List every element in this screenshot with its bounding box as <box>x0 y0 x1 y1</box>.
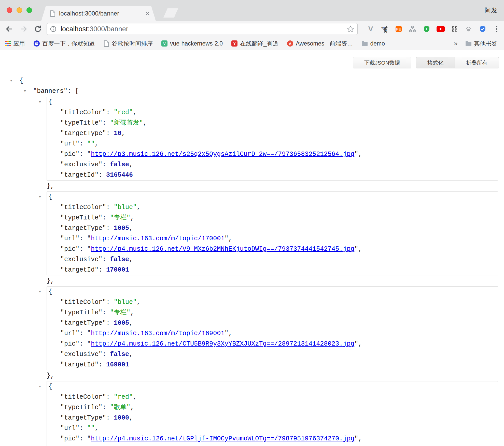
collapse-toggle-icon[interactable]: ▼ <box>39 192 41 202</box>
json-property: "targetType": 1005, <box>47 318 498 328</box>
collapse-toggle-icon[interactable]: ▼ <box>24 86 26 96</box>
json-tree: ▼{▼"banners": [▼{"titleColor": "red","ty… <box>0 50 504 446</box>
url-link[interactable]: http://music.163.com/m/topic/169001 <box>91 330 225 337</box>
collapse-toggle-icon[interactable]: ▼ <box>10 76 12 86</box>
collapse-all-button[interactable]: 折叠所有 <box>455 57 499 68</box>
profile-name[interactable]: 阿发 <box>485 6 497 14</box>
json-actions: 下载JSON数据 格式化 折叠所有 <box>353 57 499 68</box>
translate-extension-icon[interactable]: en英 <box>380 23 389 35</box>
json-property: "url": "", <box>47 139 498 149</box>
shield-t-extension-icon[interactable]: T <box>422 23 431 35</box>
collapse-toggle-icon[interactable]: ▼ <box>39 287 41 297</box>
bookmark-item[interactable]: Vvue-hackernews-2.0 <box>161 40 223 47</box>
url-link[interactable]: http://music.163.com/m/topic/170001 <box>91 235 225 242</box>
json-property: "titleColor": "red", <box>47 392 498 402</box>
json-property: "typeTitle": "专栏", <box>47 307 498 318</box>
svg-text:T: T <box>425 27 428 31</box>
bookmark-item[interactable]: AAwesomes - 前端资… <box>287 40 353 48</box>
extensions-row: Ven英FET <box>366 23 501 35</box>
json-banners-line: ▼"banners": [ <box>0 86 504 96</box>
folder-icon <box>361 41 368 46</box>
badge-icon: Y <box>231 40 237 47</box>
json-property: "exclusive": false, <box>47 159 498 170</box>
bookmark-label: 谷歌按时间排序 <box>112 40 153 48</box>
bookmark-label: 应用 <box>13 40 25 48</box>
json-property: "pic": "http://p4.music.126.net/tGPljf-I… <box>47 434 498 444</box>
tab-close-icon[interactable]: × <box>145 10 150 17</box>
browser-window: localhost:3000/banner × 阿发 localhost:300… <box>0 0 504 446</box>
qrcode-extension-icon[interactable] <box>450 23 459 35</box>
json-property: "typeTitle": "歌单", <box>47 402 498 413</box>
new-tab-button[interactable] <box>163 8 178 18</box>
folder-icon <box>465 41 471 46</box>
json-property: "url": "http://music.163.com/m/topic/170… <box>47 233 498 244</box>
bookmark-label: 百度一下，你就知道 <box>42 40 95 48</box>
page-content: 下载JSON数据 格式化 折叠所有 ▼{▼"banners": [▼{"titl… <box>0 50 504 446</box>
json-object-box: {"titleColor": "blue","typeTitle": "专栏",… <box>47 286 498 370</box>
bookmark-item[interactable]: 谷歌按时间排序 <box>104 40 153 48</box>
minimize-window-button[interactable] <box>17 7 22 13</box>
reload-button[interactable] <box>32 23 44 35</box>
banner-object: ▼{"titleColor": "blue","typeTitle": "专栏"… <box>47 286 498 381</box>
bookmark-items: 应用百度一下，你就知道谷歌按时间排序Vvue-hackernews-2.0Y在线… <box>5 40 394 48</box>
tab-bar: localhost:3000/banner × 阿发 <box>0 0 504 21</box>
bookmark-item[interactable]: 百度一下，你就知道 <box>34 40 95 48</box>
bookmark-item[interactable]: Y在线翻译_有道 <box>231 40 278 48</box>
org-chart-extension-icon[interactable] <box>408 23 417 35</box>
json-property: "exclusive": false, <box>47 349 498 360</box>
banner-object: ▼{"titleColor": "red","typeTitle": "新碟首发… <box>47 97 498 191</box>
collapse-toggle-icon[interactable]: ▼ <box>39 97 41 107</box>
window-controls <box>7 7 32 13</box>
baidu-icon <box>34 40 40 47</box>
json-property: "exclusive": false, <box>47 444 498 446</box>
json-property: "typeTitle": "专栏", <box>47 213 498 223</box>
bookmarks-overflow-button[interactable]: » <box>454 39 458 48</box>
paw-extension-icon[interactable] <box>464 23 473 35</box>
json-property: "targetId": 3165446 <box>47 170 498 180</box>
json-property: "pic": "http://p4.music.126.net/V9-MXz6b… <box>47 244 498 254</box>
json-property: "typeTitle": "新碟首发", <box>47 118 498 128</box>
banner-object: ▼{"titleColor": "red","typeTitle": "歌单",… <box>47 381 498 446</box>
browser-tab[interactable]: localhost:3000/banner × <box>41 6 156 21</box>
url-link[interactable]: http://p3.music.126.net/s25q2x5QygsAzilC… <box>91 151 354 158</box>
collapse-toggle-icon[interactable]: ▼ <box>39 381 41 392</box>
url-path: :3000/banner <box>88 25 128 33</box>
bookmark-label: demo <box>370 40 385 47</box>
bookmark-label: 在线翻译_有道 <box>240 40 278 48</box>
bookmark-label: vue-hackernews-2.0 <box>170 40 223 47</box>
json-property: "targetId": 170001 <box>47 265 498 275</box>
format-button[interactable]: 格式化 <box>416 57 455 68</box>
forward-button[interactable] <box>18 23 30 35</box>
back-button[interactable] <box>3 23 15 35</box>
json-property: "targetType": 10, <box>47 128 498 139</box>
tab-title: localhost:3000/banner <box>59 10 145 17</box>
shield-check-extension-icon[interactable] <box>478 23 487 35</box>
page-icon <box>104 40 109 47</box>
address-bar[interactable]: localhost:3000/banner <box>47 23 358 35</box>
json-property: "titleColor": "red", <box>47 107 498 118</box>
zoom-window-button[interactable] <box>26 7 32 13</box>
json-root-line: ▼{ <box>0 76 504 86</box>
bookmark-item[interactable]: 应用 <box>5 40 25 48</box>
json-property: "url": "http://music.163.com/m/topic/169… <box>47 328 498 339</box>
badge-icon: V <box>161 40 167 47</box>
browser-menu-button[interactable] <box>492 23 501 35</box>
download-json-button[interactable]: 下载JSON数据 <box>353 57 411 68</box>
bookmark-star-icon[interactable] <box>347 25 354 33</box>
page-info-icon[interactable] <box>50 26 57 32</box>
json-property: "targetType": 1000, <box>47 413 498 423</box>
url-link[interactable]: http://p4.music.126.net/V9-MXz6b2MNhEKju… <box>91 245 354 253</box>
json-property: "titleColor": "blue", <box>47 202 498 213</box>
fehelper-extension-icon[interactable]: FE <box>394 23 403 35</box>
youtube-extension-icon[interactable] <box>436 23 445 35</box>
other-bookmarks-folder[interactable]: 其他书签 <box>465 40 497 48</box>
vimium-extension-icon[interactable]: V <box>366 23 375 35</box>
bookmark-label: Awesomes - 前端资… <box>296 40 353 48</box>
url-link[interactable]: http://p4.music.126.net/tGPljf-IMOCyPvum… <box>91 435 354 442</box>
json-property: "url": "", <box>47 423 498 434</box>
format-button-group: 格式化 折叠所有 <box>416 57 499 68</box>
banner-object: ▼{"titleColor": "blue","typeTitle": "专栏"… <box>47 191 498 286</box>
bookmark-item[interactable]: demo <box>361 40 385 47</box>
url-link[interactable]: http://p4.music.126.net/CTU5B9R9y3XyYBZX… <box>91 340 354 348</box>
close-window-button[interactable] <box>7 7 12 13</box>
